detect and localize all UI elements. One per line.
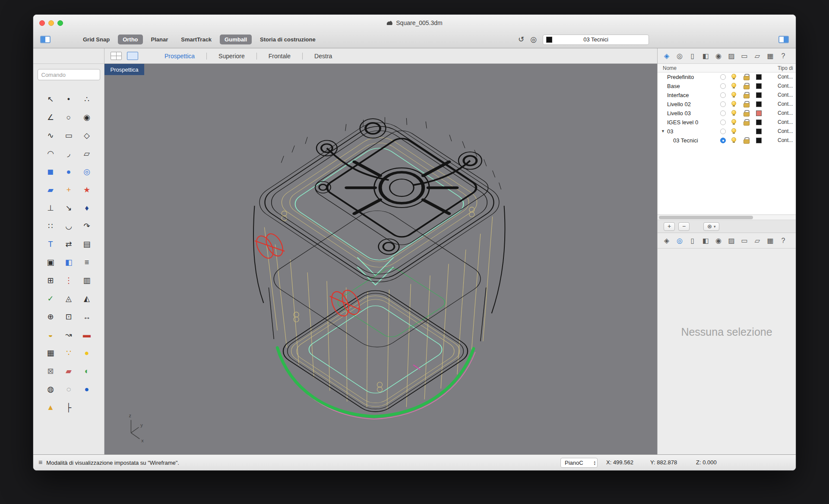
spark-icon[interactable]: ★ <box>79 183 95 198</box>
layer-color-swatch[interactable] <box>756 120 762 125</box>
camera-icon[interactable]: ◉ <box>712 52 725 60</box>
layer-row[interactable]: Livello 03Cont... <box>658 109 796 118</box>
disclosure-triangle-icon[interactable]: ▼ <box>661 127 665 136</box>
tab-frontale[interactable]: Frontale <box>257 53 303 60</box>
gumball-circle-icon[interactable]: ◎ <box>530 36 537 43</box>
array-icon[interactable]: ⊞ <box>43 273 58 289</box>
layer-name[interactable]: Livello 03 <box>658 109 691 118</box>
copy-icon[interactable]: ▥ <box>79 273 95 289</box>
arc-icon[interactable]: ◠ <box>43 146 58 162</box>
render-sphere-icon[interactable]: ● <box>79 382 95 397</box>
point-icon[interactable]: • <box>61 92 76 107</box>
layers-icon[interactable]: ◈ <box>660 52 673 60</box>
layer-color-swatch[interactable] <box>756 83 762 89</box>
visibility-bulb-icon[interactable] <box>731 128 736 133</box>
rectangle-icon[interactable]: ▭ <box>61 128 76 144</box>
layer-color-swatch[interactable] <box>756 101 762 107</box>
hatch-icon[interactable]: ▤ <box>79 237 95 252</box>
layer-options-button[interactable]: ⊛ ▾ <box>703 222 719 231</box>
cplane-dropdown[interactable]: PianoC ▴▾ <box>560 458 598 468</box>
loft-icon[interactable]: ◭ <box>79 291 95 307</box>
rebuild-icon[interactable]: ↷ <box>79 219 95 234</box>
lock-icon[interactable] <box>744 83 749 89</box>
tab-superiore[interactable]: Superiore <box>207 53 257 60</box>
layer-name[interactable]: 03 Tecnici <box>658 136 698 145</box>
left-panel-toggle-icon[interactable] <box>40 36 51 43</box>
dashed-circle-icon[interactable]: ◌ <box>61 382 76 397</box>
osnap-icon[interactable]: ∵ <box>61 346 76 361</box>
layer-name[interactable]: Livello 02 <box>658 100 691 109</box>
materials-icon[interactable]: ▱ <box>751 52 764 60</box>
text-icon[interactable]: T <box>43 237 58 252</box>
hierarchy-icon[interactable]: ├ <box>61 400 76 416</box>
layer-current-radio[interactable] <box>720 110 726 116</box>
layer-name[interactable]: Predefinito <box>658 72 694 82</box>
spray-icon[interactable]: ◒ <box>43 328 58 343</box>
materials-icon[interactable]: ▱ <box>751 236 764 245</box>
ellipse-icon[interactable]: ◉ <box>79 110 95 126</box>
visibility-bulb-icon[interactable] <box>731 110 736 115</box>
select-arrow-icon[interactable]: ↖ <box>43 92 58 107</box>
current-layer-dropdown[interactable]: 03 Tecnici <box>543 35 649 45</box>
material-icon[interactable]: ▰ <box>61 364 76 379</box>
layer-current-radio[interactable] <box>720 120 726 125</box>
lock-icon[interactable] <box>744 119 749 126</box>
drop-icon[interactable]: ♦ <box>79 201 95 216</box>
extrude-icon[interactable]: ▣ <box>43 255 58 271</box>
cage-icon[interactable]: ◧ <box>61 255 76 271</box>
explode-icon[interactable]: + <box>61 183 76 198</box>
notes-icon[interactable]: ▯ <box>686 52 699 60</box>
command-input[interactable] <box>38 69 100 80</box>
layer-current-radio[interactable] <box>720 74 726 80</box>
viewport-split-icon[interactable] <box>111 52 122 60</box>
gumball-button[interactable]: Gumball <box>220 35 252 44</box>
array-surface-icon[interactable]: ▦ <box>43 346 58 361</box>
hatch-panel-icon[interactable]: ▨ <box>725 236 738 245</box>
zoom-button[interactable] <box>57 20 63 26</box>
right-panel-toggle-icon[interactable] <box>778 36 789 43</box>
sphere-icon[interactable]: ● <box>61 164 76 180</box>
grid-snap-button[interactable]: Grid Snap <box>78 35 114 44</box>
layer-color-swatch[interactable] <box>756 74 762 80</box>
box-icon[interactable]: ◼ <box>43 164 58 180</box>
color-wheel-icon[interactable]: ◐ <box>79 364 95 379</box>
tab-prospettica[interactable]: Prospettica <box>153 53 207 60</box>
sweep-icon[interactable]: ↝ <box>61 328 76 343</box>
freeform-curve-icon[interactable]: ∿ <box>43 128 58 144</box>
layer-current-radio[interactable] <box>720 138 726 143</box>
points-on-icon[interactable]: ∷ <box>43 219 58 234</box>
planar-button[interactable]: Planar <box>146 35 173 44</box>
history-button[interactable]: Storia di costruzione <box>255 35 320 44</box>
lamp-icon[interactable]: ● <box>79 346 95 361</box>
zoom-in-icon[interactable]: ⊕ <box>43 309 58 325</box>
globe-icon[interactable]: ◍ <box>43 382 58 397</box>
check-icon[interactable]: ✓ <box>43 291 58 307</box>
minimize-button[interactable] <box>48 20 54 26</box>
layers-horizontal-scrollbar[interactable] <box>658 215 796 220</box>
layer-color-swatch[interactable] <box>756 110 762 116</box>
circle-icon[interactable]: ○ <box>61 110 76 126</box>
layer-color-swatch[interactable] <box>756 138 762 143</box>
camera-icon[interactable]: ◉ <box>712 236 725 245</box>
layer-name[interactable]: 03 <box>658 127 673 136</box>
align-icon[interactable]: ≡ <box>79 255 95 271</box>
layer-current-radio[interactable] <box>720 92 726 98</box>
zoom-extents-icon[interactable]: ↔ <box>79 309 95 325</box>
delete-layer-button[interactable]: − <box>678 222 690 231</box>
close-button[interactable] <box>39 20 45 26</box>
layers-icon[interactable]: ◈ <box>660 236 673 245</box>
surface-icon[interactable]: ▰ <box>43 183 58 198</box>
viewport-title-badge[interactable]: Prospettica <box>104 64 144 75</box>
layer-row[interactable]: InterfaceCont... <box>658 91 796 100</box>
polyline-icon[interactable]: ∠ <box>43 110 58 126</box>
orient-icon[interactable]: ↘ <box>61 201 76 216</box>
visibility-bulb-icon[interactable] <box>731 83 736 88</box>
plane-icon[interactable]: ▱ <box>79 146 95 162</box>
smarttrack-button[interactable]: SmartTrack <box>176 35 216 44</box>
visibility-bulb-icon[interactable] <box>731 119 736 124</box>
lock-icon[interactable] <box>744 74 749 80</box>
lock-icon[interactable] <box>744 137 749 144</box>
viewport-single-icon[interactable] <box>127 52 138 60</box>
visibility-bulb-icon[interactable] <box>731 137 736 142</box>
selection-filter-icon[interactable]: ◎ <box>673 52 686 60</box>
